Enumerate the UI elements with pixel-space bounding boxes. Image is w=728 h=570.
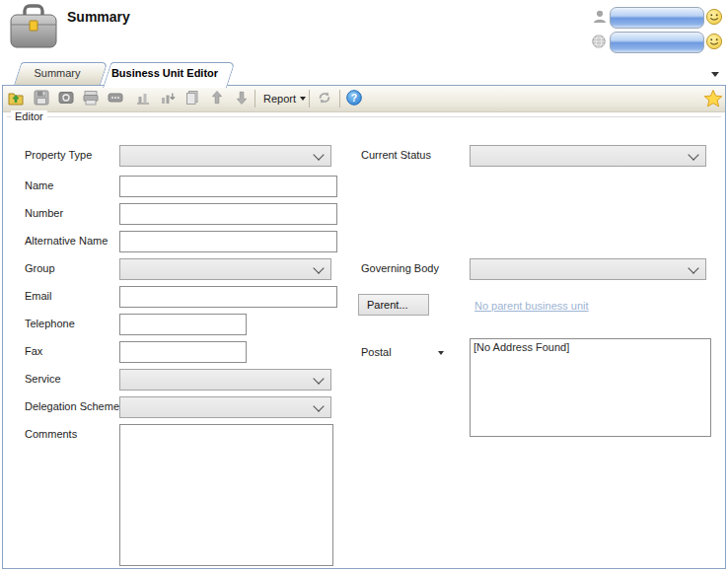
postal-label: Postal [361,346,392,358]
governing-body-select[interactable] [470,258,706,280]
name-label: Name [25,179,53,191]
current-status-label: Current Status [361,149,431,161]
name-field[interactable] [119,176,337,197]
service-label: Service [25,373,61,385]
briefcase-icon [8,4,59,51]
tab-label: Business Unit Editor [103,62,227,85]
help-icon[interactable]: ? [345,89,365,108]
report-button[interactable]: Report [263,86,306,111]
number-label: Number [25,207,63,219]
editor-groupbox-border [7,116,721,117]
chart-export-icon[interactable] [159,89,179,108]
fax-label: Fax [25,345,42,357]
toolbar-separator [339,90,340,107]
tab-list-dropdown-icon[interactable] [711,72,719,77]
parent-link[interactable]: No parent business unit [474,300,589,312]
chevron-down-icon [313,262,324,273]
email-label: Email [25,290,52,302]
postal-address-field[interactable]: [No Address Found] [470,338,711,437]
globe-icon [591,34,607,53]
alternative-name-field[interactable] [119,231,337,252]
delegation-scheme-select[interactable] [119,396,331,418]
smiley-icon [705,8,723,30]
toolbar-separator [255,90,255,107]
page-title: Summary [67,9,130,25]
parent-button[interactable]: Parent... [358,294,429,316]
chart-icon[interactable] [134,89,154,108]
fax-field[interactable] [119,341,247,363]
comments-field[interactable] [119,424,333,566]
record-icon[interactable] [57,89,77,108]
refresh-icon[interactable] [316,89,335,108]
telephone-label: Telephone [25,318,75,329]
save-icon[interactable] [33,89,52,108]
copy-icon[interactable] [183,89,203,108]
tab-label: Summary [14,62,101,85]
alternative-name-label: Alternative Name [25,235,108,247]
toolbar: Report [3,86,725,112]
tab-summary[interactable]: Summary [14,62,101,85]
governing-body-label: Governing Body [361,262,439,274]
group-select[interactable] [119,258,331,280]
current-status-select[interactable] [470,145,706,167]
move-down-icon[interactable] [233,89,253,108]
property-type-label: Property Type [25,149,92,161]
tab-business-unit-editor[interactable]: Business Unit Editor [103,62,227,88]
svg-text:?: ? [351,92,357,104]
chevron-down-icon [313,373,324,384]
toolbar-separator [309,90,310,107]
chevron-down-icon [688,149,698,160]
favorite-star-icon[interactable] [703,89,723,108]
user-icon [592,9,608,29]
report-button-label: Report [263,93,296,105]
business-unit-editor-window: Summary [0,0,728,570]
home-icon[interactable] [7,89,27,108]
comments-label: Comments [25,428,77,440]
user-status-bar [610,7,704,29]
move-up-icon[interactable] [208,89,228,108]
property-type-select[interactable] [119,145,331,167]
chevron-down-icon [313,400,324,411]
telephone-field[interactable] [119,314,247,335]
globe-status-bar [610,32,704,53]
editor-panel: Report [2,85,726,569]
editor-groupbox-label: Editor [11,110,47,122]
group-label: Group [25,262,55,274]
smiley-icon [705,33,723,54]
chevron-down-icon [688,262,698,273]
print-icon[interactable] [82,89,102,108]
email-field[interactable] [119,286,337,308]
service-select[interactable] [119,369,331,391]
chevron-down-icon [300,97,306,101]
delegation-scheme-label: Delegation Scheme [25,400,119,412]
address-type-dropdown-icon[interactable] [438,351,444,355]
chevron-down-icon [313,149,324,160]
strip-icon[interactable] [107,89,126,108]
number-field[interactable] [119,203,337,225]
